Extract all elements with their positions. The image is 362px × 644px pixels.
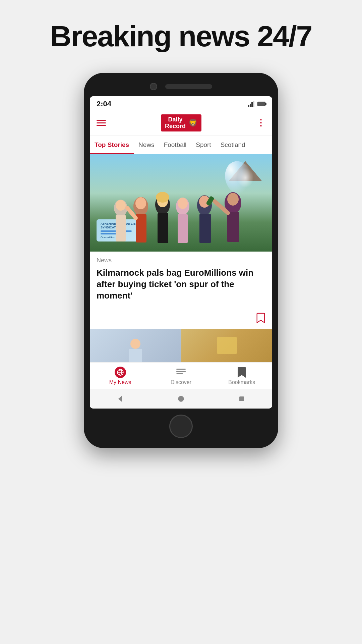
tab-scotland[interactable]: Scotland [216,136,250,154]
svg-point-6 [116,200,126,211]
more-options-button[interactable]: ⋮ [256,118,265,128]
thumbnail-row [90,329,272,362]
my-news-label: My News [109,379,131,385]
thumbnail-left[interactable] [90,329,181,362]
svg-rect-5 [116,215,126,241]
article-title[interactable]: Kilmarnock pals bag EuroMillions win aft… [97,267,265,301]
svg-point-17 [178,198,188,209]
article-card: News Kilmarnock pals bag EuroMillions wi… [90,252,272,328]
bookmarks-icon [236,367,247,378]
page-headline: Breaking news 24/7 [50,20,312,53]
svg-rect-31 [176,369,186,370]
logo-text-line1: Daily [168,116,182,123]
nav-tabs: Top Stories News Football Sport Scotland [90,136,272,154]
svg-rect-33 [176,373,183,374]
bottom-nav-bookmarks[interactable]: Bookmarks [228,367,255,385]
celebration-people [90,178,272,252]
phone-screen: 2:04 Daily [90,96,272,409]
signal-icon [248,101,255,107]
svg-rect-36 [239,396,244,401]
svg-rect-3 [253,101,254,107]
svg-point-9 [135,197,146,209]
logo-lion-icon: 🦁 [188,119,197,127]
android-nav-bar [90,389,272,409]
svg-rect-2 [251,102,253,107]
app-header: Daily Record 🦁 ⋮ [90,110,272,136]
tab-football[interactable]: Football [159,136,191,154]
svg-rect-12 [158,213,168,243]
phone-bottom-bar [90,415,272,438]
bottom-nav: My News Discover [90,362,272,389]
android-recents-button[interactable] [237,394,247,404]
front-camera [150,83,157,90]
article-hero-image: AYRSHIRE BUTTERFLIES SYNDICATE One milli… [90,154,272,252]
svg-point-35 [178,396,184,401]
svg-rect-19 [199,214,211,243]
android-back-button[interactable] [115,394,125,404]
svg-point-14 [156,192,169,203]
article-footer [97,307,265,323]
svg-rect-22 [227,212,239,242]
logo-text-line2: Record [165,123,186,130]
svg-marker-34 [118,396,122,401]
android-home-button[interactable] [176,394,186,404]
status-time: 2:04 [97,100,111,108]
tab-top-stories[interactable]: Top Stories [90,136,134,154]
svg-point-23 [227,193,239,206]
discover-label: Discover [171,379,191,385]
status-icons [248,101,265,107]
bottom-nav-my-news[interactable]: My News [107,367,134,385]
svg-rect-1 [250,104,251,107]
phone-top-bar [90,83,272,90]
bookmarks-label: Bookmarks [228,379,255,385]
my-news-icon [115,367,126,378]
svg-rect-32 [176,371,186,372]
thumbnail-right[interactable] [181,329,272,362]
svg-rect-0 [248,105,249,107]
hamburger-menu-button[interactable] [97,120,106,126]
tab-sport[interactable]: Sport [191,136,216,154]
phone-shell: 2:04 Daily [84,73,278,448]
app-logo: Daily Record 🦁 [161,114,201,132]
bottom-nav-discover[interactable]: Discover [168,367,194,385]
discover-icon [175,367,187,378]
battery-icon [257,102,265,106]
speaker-grille [165,84,212,89]
svg-rect-16 [178,214,188,243]
phone-home-button[interactable] [169,415,193,438]
status-bar: 2:04 [90,96,272,110]
bookmark-button[interactable] [256,313,265,323]
tab-news[interactable]: News [134,136,159,154]
article-category: News [97,257,265,264]
